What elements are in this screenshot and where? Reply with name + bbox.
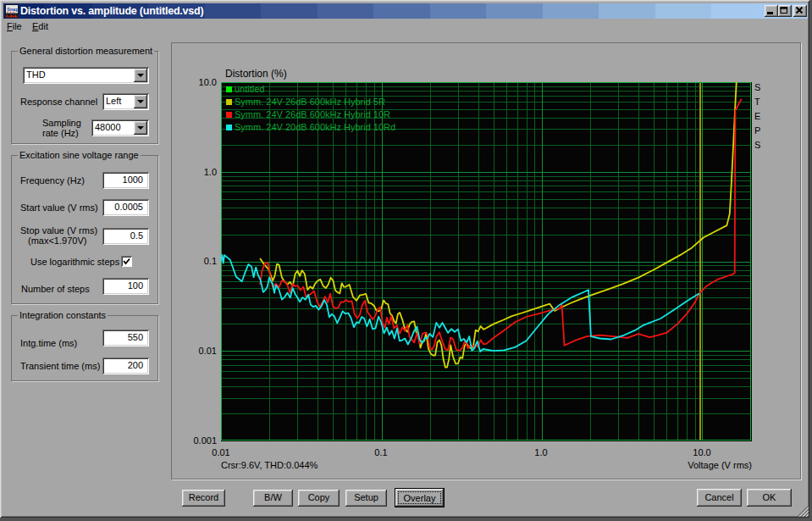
svg-text:Symm. 24V 26dB 600kHz Hybrid 5: Symm. 24V 26dB 600kHz Hybrid 5R (235, 97, 385, 107)
svg-text:Symm. 24V 20dB 600kHz Hybrid 1: Symm. 24V 20dB 600kHz Hybrid 10Rd (235, 122, 395, 132)
svg-text:Snap: Snap (7, 7, 19, 12)
svg-text:untitled: untitled (235, 84, 264, 94)
svg-text:Symm. 24V 26dB 600kHz Hybrid 1: Symm. 24V 26dB 600kHz Hybrid 10R (235, 109, 390, 119)
